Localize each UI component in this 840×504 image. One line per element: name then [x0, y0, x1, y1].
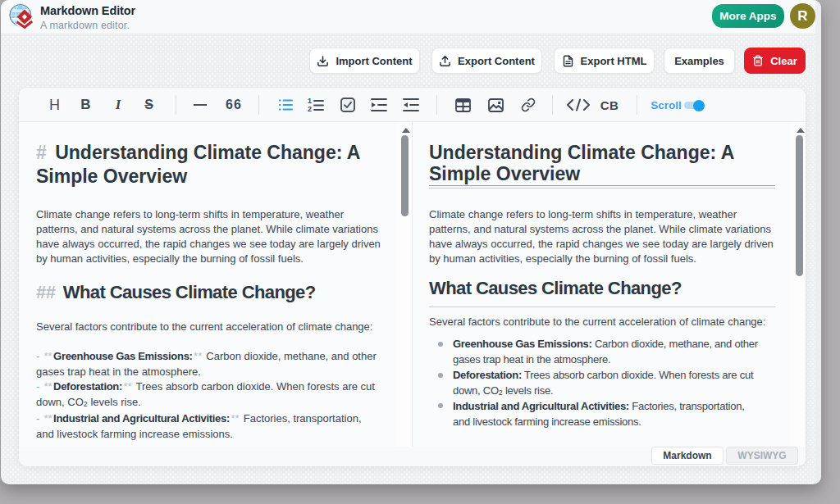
- svg-text:2: 2: [308, 105, 312, 113]
- svg-text:1: 1: [308, 98, 312, 105]
